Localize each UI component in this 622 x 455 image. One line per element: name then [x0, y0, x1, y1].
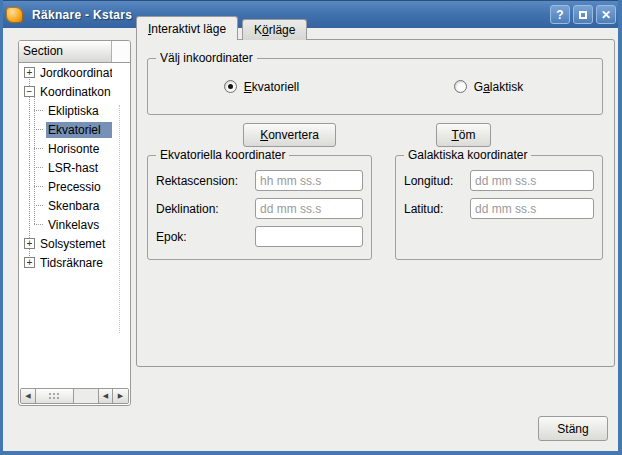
radio-equatorial[interactable]: Ekvatoriell [148, 80, 375, 94]
expander-collapsed-icon[interactable]: + [24, 67, 35, 78]
tab-label: nteraktivt läge [151, 22, 226, 36]
radio-galactic[interactable]: Galaktisk [375, 80, 602, 94]
scroll-left-button-2[interactable]: ◀ [98, 389, 113, 403]
tree-item-skenbara[interactable]: Skenbara [19, 196, 112, 215]
tree-item-lsr-hastighet[interactable]: LSR-hast [19, 158, 112, 177]
tree-item-horisontella[interactable]: Horisonte [19, 139, 112, 158]
scrollbar-thumb[interactable] [36, 389, 74, 403]
latitude-label: Latitud: [404, 202, 470, 216]
select-coordinates-group: Välj inkoordinater Ekvatoriell Galaktisk [147, 58, 603, 115]
tree-branch-stub [34, 110, 43, 111]
tree-horizontal-scrollbar[interactable]: ◀ ◀ ▶ [20, 388, 129, 404]
kstars-app-icon[interactable] [6, 7, 23, 23]
tree-item-precession[interactable]: Precessio [19, 177, 112, 196]
tab-bar: Interaktivt läge Körläge [136, 16, 615, 40]
calculator-window: Räknare - Kstars ? ✕ Section + Jordkoord… [0, 0, 622, 455]
close-dialog-button[interactable]: Stäng [538, 416, 608, 441]
tree-branch-stub [34, 224, 43, 225]
tree-branch-stub [34, 129, 43, 130]
tree-item-label: Ekliptiska [46, 103, 101, 119]
tree-item-ekliptiska[interactable]: Ekliptiska [19, 101, 112, 120]
tree-body: + Jordkoordinat − Koordinatkon Ekliptisk… [19, 63, 130, 387]
galactic-coordinates-group: Galaktiska koordinater Longitud: Latitud… [395, 155, 603, 260]
longitude-label: Longitud: [404, 174, 470, 188]
tree-branch-stub [34, 148, 43, 149]
tab-batch-mode[interactable]: Körläge [242, 19, 307, 40]
section-tree: Section + Jordkoordinat − Koordinatkon E… [18, 40, 131, 406]
expander-collapsed-icon[interactable]: + [24, 238, 35, 249]
tab-widget: Interaktivt läge Körläge Välj inkoordina… [136, 16, 615, 367]
tree-item-tidsraknare[interactable]: + Tidsräknare [19, 253, 112, 272]
tab-panel: Välj inkoordinater Ekvatoriell Galaktisk… [136, 39, 615, 367]
equatorial-coordinates-group: Ekvatoriella koordinater Rektascension: … [147, 155, 372, 260]
group-title: Galaktiska koordinater [404, 148, 531, 162]
tree-branch-stub [34, 186, 43, 187]
thumb-grip-icon [48, 392, 61, 401]
tree-branch-stub [34, 205, 43, 206]
tab-label: rläge [269, 23, 296, 37]
tree-item-jordkoordinat[interactable]: + Jordkoordinat [19, 63, 112, 82]
expander-collapsed-icon[interactable]: + [24, 257, 35, 268]
tab-label: ö [262, 23, 269, 37]
tree-item-label: Vinkelavs [46, 217, 101, 233]
tree-header-section: Section [19, 41, 112, 62]
group-title: Ekvatoriella koordinater [156, 148, 289, 162]
tree-header[interactable]: Section [19, 41, 130, 63]
scroll-left-button[interactable]: ◀ [21, 389, 36, 403]
longitude-input[interactable] [470, 170, 594, 191]
tree-item-ekvatoriell-selected[interactable]: Ekvatoriel [19, 120, 112, 139]
radio-label: Ekvatoriell [244, 80, 299, 94]
tree-item-solsystemet[interactable]: + Solsystemet [19, 234, 112, 253]
tree-item-koordinatkon[interactable]: − Koordinatkon [19, 82, 112, 101]
scroll-left-icon: ◀ [25, 392, 30, 400]
tree-item-label: Jordkoordinat [38, 65, 112, 81]
tree-item-vinkelavstand[interactable]: Vinkelavs [19, 215, 112, 234]
scroll-right-button[interactable]: ▶ [113, 389, 128, 403]
ra-input[interactable] [255, 170, 363, 191]
radio-label: Galaktisk [474, 80, 523, 94]
dec-input[interactable] [255, 198, 363, 219]
tree-item-label: Tidsräknare [38, 255, 105, 271]
dec-label: Deklination: [156, 202, 255, 216]
tree-item-label: Solsystemet [38, 236, 107, 252]
tree-item-label: Ekvatoriel [46, 122, 112, 138]
tree-item-label: Precessio [46, 179, 103, 195]
scroll-left-icon: ◀ [103, 392, 108, 400]
radio-selected-icon[interactable] [224, 80, 237, 93]
tree-branch-stub [34, 167, 43, 168]
convert-button[interactable]: Konvertera [243, 123, 336, 147]
tab-label: K [254, 23, 262, 37]
expander-expanded-icon[interactable]: − [24, 86, 35, 97]
epoch-label: Epok: [156, 230, 255, 244]
tree-item-label: Horisonte [46, 141, 101, 157]
close-dialog-label: Stäng [557, 422, 588, 436]
tree-column-divider [119, 105, 120, 333]
latitude-input[interactable] [470, 198, 594, 219]
tab-interactive-mode[interactable]: Interaktivt läge [136, 16, 238, 40]
ra-label: Rektascension: [156, 174, 255, 188]
tree-item-label: Koordinatkon [38, 84, 112, 100]
tree-item-label: LSR-hast [46, 160, 100, 176]
group-title: Välj inkoordinater [156, 51, 257, 65]
tree-item-label: Skenbara [46, 198, 101, 214]
clear-button[interactable]: Töm [436, 123, 491, 147]
scroll-right-icon: ▶ [118, 392, 123, 400]
epoch-input[interactable] [255, 226, 363, 247]
radio-unselected-icon[interactable] [454, 80, 467, 93]
scrollbar-track[interactable] [74, 389, 98, 403]
